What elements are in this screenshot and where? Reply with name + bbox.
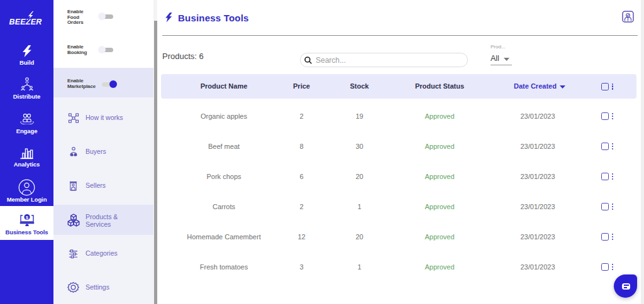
- svg-text:$: $: [26, 215, 28, 220]
- svg-text:BEEZER: BEEZER: [9, 18, 42, 26]
